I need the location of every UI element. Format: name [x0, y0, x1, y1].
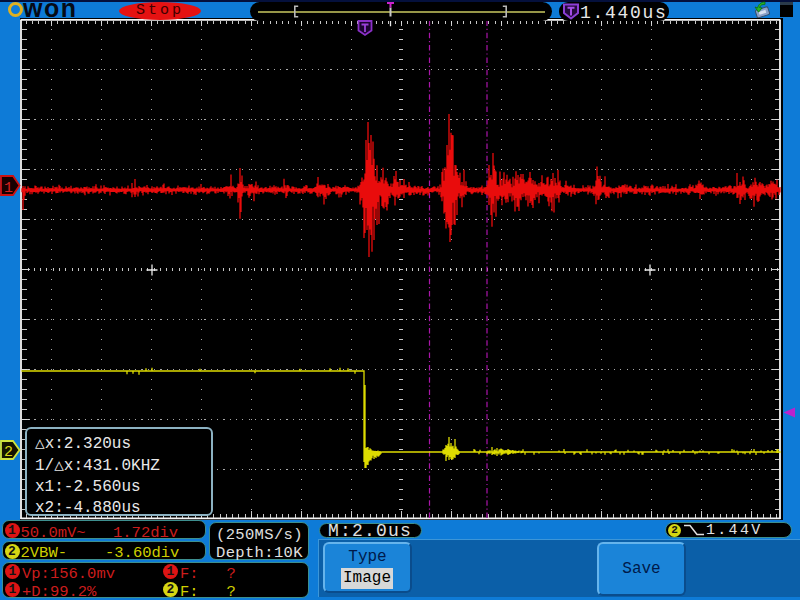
svg-text:won: won	[22, 0, 78, 22]
svg-text:2: 2	[4, 444, 13, 461]
svg-text:1: 1	[4, 180, 13, 197]
